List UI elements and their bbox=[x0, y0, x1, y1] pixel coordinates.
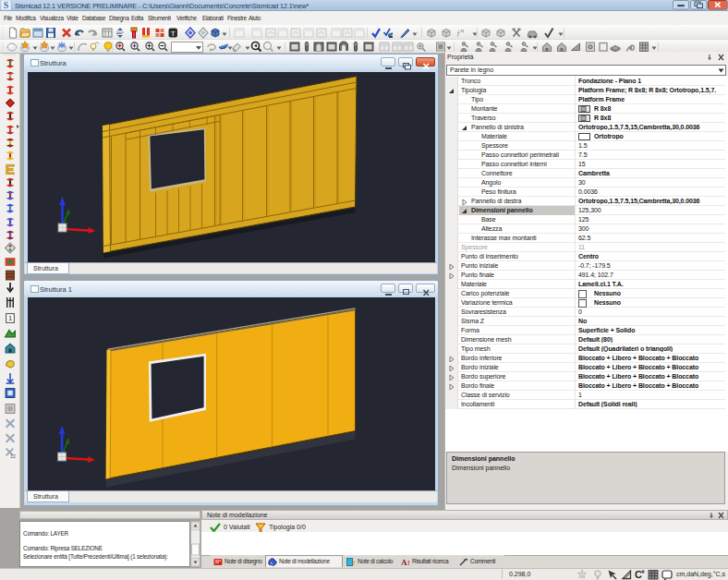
svg-text:12: 12 bbox=[10, 454, 16, 460]
svg-text:A: A bbox=[401, 558, 407, 566]
svg-text:!: ! bbox=[353, 559, 356, 566]
svg-text:1: 1 bbox=[8, 314, 12, 322]
svg-text:!: ! bbox=[407, 559, 410, 566]
svg-text:ƒ: ƒ bbox=[456, 29, 461, 38]
svg-text:T: T bbox=[171, 30, 176, 38]
svg-text:S: S bbox=[4, 0, 9, 10]
svg-text:**: ** bbox=[464, 558, 468, 563]
svg-text:C: C bbox=[635, 569, 642, 580]
